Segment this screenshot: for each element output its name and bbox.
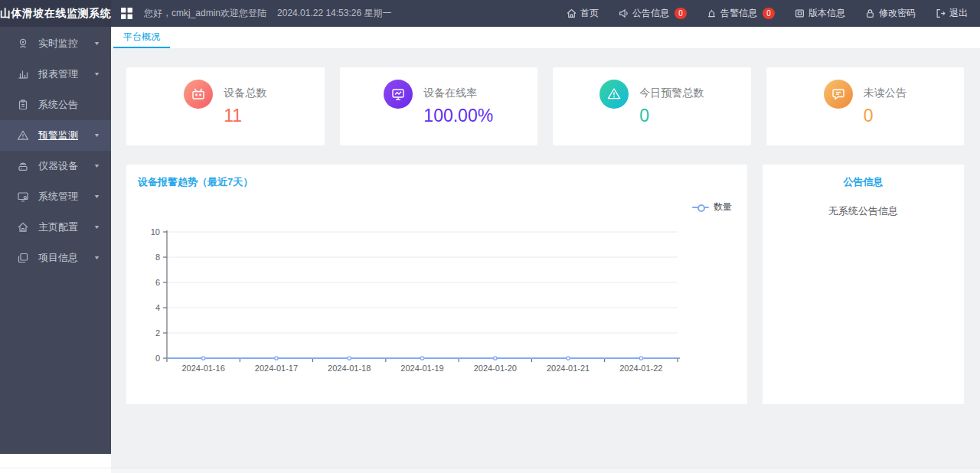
nav-change-password[interactable]: 修改密码 bbox=[865, 7, 916, 20]
instrument-icon bbox=[17, 160, 29, 172]
nav-home-label: 首页 bbox=[580, 7, 599, 20]
sidebar-item-label: 仪器设备 bbox=[38, 159, 93, 173]
report-icon bbox=[17, 68, 29, 80]
nav-version-label: 版本信息 bbox=[808, 7, 845, 20]
announcement-panel: 公告信息 无系统公告信息 bbox=[763, 165, 964, 404]
nav-logout[interactable]: 退出 bbox=[936, 7, 968, 20]
app-title: 山体滑坡在线监测系统 bbox=[0, 0, 111, 27]
stat-label: 未读公告 bbox=[864, 80, 906, 100]
stat-label: 设备总数 bbox=[224, 80, 266, 100]
stat-cards-row: 设备总数 11 设备在线率 100.00% bbox=[126, 67, 964, 145]
tab-platform-overview[interactable]: 平台概况 bbox=[113, 27, 170, 48]
sidebar-item-label: 报表管理 bbox=[38, 67, 93, 81]
announcement-icon bbox=[619, 8, 629, 18]
sidebar-item-label: 系统管理 bbox=[38, 190, 93, 204]
stat-value: 0 bbox=[864, 106, 906, 126]
bottom-strip bbox=[111, 468, 980, 473]
sidebar-item-system-management[interactable]: 系统管理 ▼ bbox=[0, 181, 111, 212]
unread-notice-icon bbox=[824, 80, 853, 109]
nav-announcements-label: 公告信息 bbox=[632, 7, 669, 20]
svg-text:2024-01-22: 2024-01-22 bbox=[619, 364, 662, 373]
below-sidebar-area bbox=[0, 454, 111, 473]
warning-icon bbox=[17, 129, 29, 142]
svg-text:2: 2 bbox=[155, 328, 160, 338]
announcement-panel-title: 公告信息 bbox=[763, 175, 964, 189]
header-nav: 首页 公告信息 0 告警信息 0 版本信息 修改密码 退出 bbox=[567, 0, 980, 27]
logout-icon bbox=[936, 8, 946, 18]
svg-text:2024-01-18: 2024-01-18 bbox=[328, 364, 371, 373]
chevron-down-icon: ▼ bbox=[93, 194, 100, 200]
svg-text:2024-01-20: 2024-01-20 bbox=[474, 364, 517, 373]
nav-alerts[interactable]: 告警信息 0 bbox=[707, 7, 775, 20]
announcement-count-badge: 0 bbox=[675, 8, 687, 19]
sidebar: 实时监控 ▼ 报表管理 ▼ 系统公告 预警监测 ▼ 仪器设备 ▼ 系统管理 ▼ bbox=[0, 27, 111, 454]
datetime-text: 2024.01.22 14:53:26 星期一 bbox=[277, 7, 391, 20]
sidebar-item-instruments[interactable]: 仪器设备 ▼ bbox=[0, 151, 111, 181]
system-icon bbox=[17, 191, 29, 203]
top-header: 山体滑坡在线监测系统 您好，cmkj_admin欢迎您登陆 2024.01.22… bbox=[0, 0, 980, 27]
webcam-icon bbox=[17, 38, 29, 50]
sidebar-item-label: 主页配置 bbox=[38, 220, 93, 234]
nav-announcements[interactable]: 公告信息 0 bbox=[619, 7, 687, 20]
sidebar-item-warning-monitor[interactable]: 预警监测 ▼ bbox=[0, 120, 111, 151]
svg-text:2024-01-19: 2024-01-19 bbox=[400, 364, 443, 373]
sidebar-item-report-management[interactable]: 报表管理 ▼ bbox=[0, 59, 111, 90]
homepage-icon bbox=[17, 221, 29, 233]
tab-bar: 平台概况 bbox=[111, 27, 980, 48]
greeting-text: 您好，cmkj_admin欢迎您登陆 bbox=[144, 7, 266, 20]
svg-text:8: 8 bbox=[155, 253, 160, 262]
svg-text:10: 10 bbox=[151, 227, 160, 236]
svg-text:4: 4 bbox=[155, 303, 160, 312]
stat-card-device-total: 设备总数 11 bbox=[126, 67, 325, 145]
alarm-trend-panel: 设备报警趋势（最近7天） 数量 02468102024-01-162024-01… bbox=[126, 165, 747, 404]
stat-value: 11 bbox=[224, 106, 266, 126]
header-left: 您好，cmkj_admin欢迎您登陆 2024.01.22 14:53:26 星… bbox=[111, 0, 567, 27]
stat-value: 0 bbox=[639, 106, 704, 126]
chevron-down-icon: ▼ bbox=[93, 255, 100, 261]
sidebar-item-label: 项目信息 bbox=[38, 251, 93, 265]
chevron-down-icon: ▼ bbox=[93, 224, 100, 230]
sidebar-item-project-info[interactable]: 项目信息 ▼ bbox=[0, 243, 111, 273]
svg-text:2024-01-16: 2024-01-16 bbox=[182, 364, 225, 373]
sidebar-toggle-icon[interactable] bbox=[120, 7, 133, 20]
sidebar-item-realtime-monitor[interactable]: 实时监控 ▼ bbox=[0, 28, 111, 59]
svg-text:0: 0 bbox=[155, 354, 160, 363]
svg-text:2024-01-17: 2024-01-17 bbox=[255, 364, 298, 373]
alarm-trend-chart[interactable]: 02468102024-01-162024-01-172024-01-18202… bbox=[126, 165, 747, 404]
chevron-down-icon: ▼ bbox=[93, 71, 100, 77]
alert-count-badge: 0 bbox=[763, 8, 775, 19]
stat-card-unread-notices: 未读公告 0 bbox=[766, 67, 965, 145]
stat-card-today-warnings: 今日预警总数 0 bbox=[553, 67, 751, 145]
sidebar-item-label: 系统公告 bbox=[38, 98, 100, 112]
landslide-monitoring-app: 山体滑坡在线监测系统 您好，cmkj_admin欢迎您登陆 2024.01.22… bbox=[0, 0, 980, 473]
svg-text:2024-01-21: 2024-01-21 bbox=[547, 364, 590, 373]
chevron-down-icon: ▼ bbox=[93, 132, 100, 139]
device-total-icon bbox=[184, 80, 213, 109]
announcement-empty-text: 无系统公告信息 bbox=[763, 204, 964, 218]
today-warning-icon bbox=[599, 80, 629, 109]
nav-alerts-label: 告警信息 bbox=[720, 7, 757, 20]
stat-card-online-rate: 设备在线率 100.00% bbox=[340, 67, 538, 145]
nav-change-password-label: 修改密码 bbox=[879, 7, 916, 20]
stat-label: 今日预警总数 bbox=[639, 80, 704, 100]
home-icon bbox=[567, 8, 577, 18]
version-icon bbox=[795, 8, 805, 18]
notice-icon bbox=[17, 99, 29, 111]
sidebar-item-homepage-config[interactable]: 主页配置 ▼ bbox=[0, 212, 111, 243]
svg-text:6: 6 bbox=[155, 278, 160, 287]
alarm-icon bbox=[707, 8, 717, 18]
online-rate-icon bbox=[384, 80, 413, 109]
project-icon bbox=[17, 252, 29, 264]
password-lock-icon bbox=[865, 8, 875, 18]
nav-home[interactable]: 首页 bbox=[567, 7, 599, 20]
sidebar-item-system-notice[interactable]: 系统公告 bbox=[0, 90, 111, 120]
nav-logout-label: 退出 bbox=[949, 7, 968, 20]
chevron-down-icon: ▼ bbox=[93, 41, 100, 47]
stat-label: 设备在线率 bbox=[423, 80, 493, 100]
chevron-down-icon: ▼ bbox=[93, 163, 100, 169]
nav-version[interactable]: 版本信息 bbox=[795, 7, 845, 20]
sidebar-item-label: 实时监控 bbox=[38, 37, 93, 51]
sidebar-item-label: 预警监测 bbox=[38, 129, 93, 142]
stat-value: 100.00% bbox=[423, 106, 493, 126]
